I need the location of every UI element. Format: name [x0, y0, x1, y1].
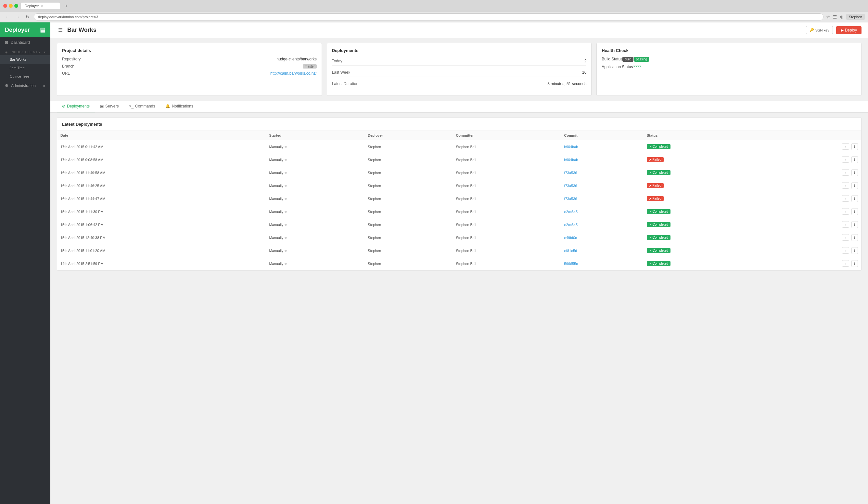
rebuild-button[interactable]: ↑: [842, 156, 849, 163]
cell-date: 16th April 2015 11:44:47 AM: [57, 192, 266, 205]
cell-started: Manually ↻: [266, 153, 364, 166]
refresh-icon: ↻: [284, 210, 287, 214]
url-text: deploy.aardvarklondon.com/projects/3: [38, 15, 819, 19]
refresh-icon: ↻: [284, 262, 287, 266]
new-tab-button[interactable]: +: [62, 2, 70, 10]
info-button[interactable]: ℹ: [851, 221, 858, 228]
cell-date: 16th April 2015 11:49:58 AM: [57, 166, 266, 179]
commit-link[interactable]: f73a536: [564, 171, 577, 175]
sidebar-section-nudge-clients[interactable]: ◈ Nudge Clients ▾: [0, 48, 50, 55]
rebuild-button[interactable]: ↑: [842, 182, 849, 189]
table-row: 15th April 2015 1:06:42 PM Manually ↻ St…: [57, 218, 861, 231]
build-status-label: Build Status: [602, 57, 622, 61]
status-badge: ✗ Failed: [647, 196, 664, 201]
cell-committer: Stephen Ball: [453, 244, 561, 257]
refresh-button[interactable]: ↻: [24, 14, 31, 20]
browser-toolbar: ← → ↻ deploy.aardvarklondon.com/projects…: [0, 12, 868, 22]
browser-user[interactable]: Stephen: [846, 14, 865, 20]
cell-commit: f73a536: [561, 192, 643, 205]
cell-committer: Stephen Ball: [453, 153, 561, 166]
status-badge: ✓ Completed: [647, 235, 671, 240]
cell-started: Manually ↻: [266, 179, 364, 192]
cell-started: Manually ↻: [266, 257, 364, 270]
rebuild-button[interactable]: ↑: [842, 143, 849, 150]
rebuild-button[interactable]: ↑: [842, 260, 849, 266]
main-header: ☰ Bar Works 🔑 SSH key ▶ Deploy: [50, 22, 868, 38]
browser-dots: [3, 4, 18, 8]
sidebar-item-bar-works[interactable]: Bar Works: [0, 55, 50, 64]
minimize-dot[interactable]: [9, 4, 13, 8]
commit-link[interactable]: b904bab: [564, 145, 578, 149]
sidebar-item-quince-tree[interactable]: Quince Tree: [0, 72, 50, 81]
health-check-card: Health Check Build Status buildpassing A…: [597, 43, 861, 96]
commit-link[interactable]: e49fd0c: [564, 236, 577, 240]
application-status-row: Application Status ????: [602, 65, 856, 69]
tab-commands[interactable]: >_ Commands: [124, 101, 160, 112]
address-bar[interactable]: deploy.aardvarklondon.com/projects/3: [34, 13, 824, 20]
info-button[interactable]: ℹ: [851, 156, 858, 163]
deployments-table-container: Latest Deployments Date Started Deployer…: [57, 117, 861, 271]
sidebar-item-administration[interactable]: ⚙ Administration ▸: [0, 81, 50, 91]
info-button[interactable]: ℹ: [851, 169, 858, 176]
nudge-clients-label: Nudge Clients: [11, 50, 40, 54]
chevron-down-icon: ▾: [44, 50, 46, 54]
cell-committer: Stephen Ball: [453, 179, 561, 192]
bookmark-icon[interactable]: ☆: [826, 14, 830, 20]
commit-link[interactable]: b904bab: [564, 158, 578, 162]
browser-tab[interactable]: Deployer ✕: [21, 3, 60, 9]
tab-close-icon[interactable]: ✕: [41, 4, 43, 8]
refresh-icon: ↻: [284, 197, 287, 201]
rebuild-button[interactable]: ↑: [842, 169, 849, 176]
commit-link[interactable]: e2cc645: [564, 210, 578, 214]
reader-icon[interactable]: ☰: [833, 14, 837, 20]
url-link[interactable]: http://calm.barworks.co.nz/: [91, 71, 317, 76]
cell-commit: e49fd0c: [561, 231, 643, 244]
cell-status: ✓ Completed: [643, 257, 766, 270]
forward-button[interactable]: →: [14, 14, 21, 20]
tab-servers[interactable]: ▣ Servers: [95, 101, 124, 112]
commit-link[interactable]: 596655c: [564, 262, 578, 266]
info-button[interactable]: ℹ: [851, 260, 858, 267]
info-button[interactable]: ℹ: [851, 182, 858, 189]
status-badge: ✓ Completed: [647, 222, 671, 227]
sidebar-item-jam-tree[interactable]: Jam Tree: [0, 64, 50, 72]
info-button[interactable]: ℹ: [851, 195, 858, 202]
commit-link[interactable]: f73a536: [564, 184, 577, 188]
deployments-table: Date Started Deployer Committer Commit S…: [57, 131, 861, 270]
rebuild-button[interactable]: ↑: [842, 195, 849, 202]
hamburger-button[interactable]: ☰: [57, 26, 64, 34]
rebuild-button[interactable]: ↑: [842, 234, 849, 241]
info-button[interactable]: ℹ: [851, 247, 858, 254]
refresh-icon: ↻: [284, 236, 287, 240]
ssh-key-button[interactable]: 🔑 SSH key: [806, 26, 833, 34]
info-button[interactable]: ℹ: [851, 208, 858, 215]
info-button[interactable]: ℹ: [851, 143, 858, 150]
rebuild-button[interactable]: ↑: [842, 221, 849, 228]
back-button[interactable]: ←: [3, 14, 11, 20]
cell-started: Manually ↻: [266, 244, 364, 257]
status-badge: ✓ Completed: [647, 261, 671, 266]
table-row: 16th April 2015 11:46:25 AM Manually ↻ S…: [57, 179, 861, 192]
refresh-icon: ↻: [284, 223, 287, 227]
rebuild-button[interactable]: ↑: [842, 247, 849, 254]
cell-commit: f73a536: [561, 179, 643, 192]
deploy-button[interactable]: ▶ Deploy: [836, 26, 861, 34]
latest-duration-label: Latest Duration: [332, 82, 548, 86]
commit-link[interactable]: e2cc645: [564, 223, 578, 227]
tab-title: Deployer: [25, 4, 39, 8]
commit-link[interactable]: f73a536: [564, 197, 577, 201]
close-dot[interactable]: [3, 4, 7, 8]
maximize-dot[interactable]: [14, 4, 18, 8]
tab-deployments[interactable]: ⊙ Deployments: [57, 101, 95, 112]
refresh-icon: ↻: [284, 184, 287, 188]
repository-row: Repository nudge-clients/barworks: [62, 57, 317, 61]
rebuild-button[interactable]: ↑: [842, 208, 849, 215]
latest-duration-value: 3 minutes, 51 seconds: [547, 82, 586, 86]
commit-link[interactable]: ef81e5d: [564, 249, 577, 253]
sidebar-item-dashboard[interactable]: ⊞ Dashboard: [0, 37, 50, 48]
browser-titlebar: Deployer ✕ +: [0, 0, 868, 12]
cell-commit: 596655c: [561, 257, 643, 270]
info-button[interactable]: ℹ: [851, 234, 858, 241]
tab-notifications[interactable]: 🔔 Notifications: [160, 101, 198, 112]
extensions-icon[interactable]: ⊕: [840, 14, 844, 20]
